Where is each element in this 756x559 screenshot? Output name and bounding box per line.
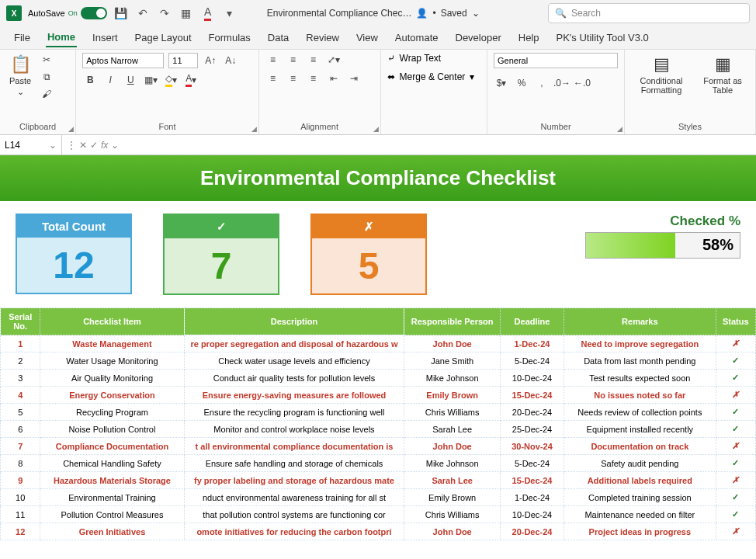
fx-icon[interactable]: fx	[101, 140, 108, 151]
save-icon[interactable]: 💾	[113, 5, 129, 21]
tab-page-layout[interactable]: Page Layout	[134, 29, 193, 47]
dialog-launcher-icon[interactable]: ◢	[373, 125, 379, 133]
cell[interactable]: t all environmental compliance documenta…	[184, 438, 404, 455]
cell[interactable]: Chris Williams	[404, 506, 500, 523]
format-painter-icon[interactable]: 🖌	[39, 87, 54, 101]
cell[interactable]: Pollution Control Measures	[40, 506, 184, 523]
conditional-formatting-button[interactable]: ▤ Conditional Formatting	[631, 53, 692, 96]
merge-center-button[interactable]: ⬌ Merge & Center ▾	[387, 71, 475, 82]
cell[interactable]: 15-Dec-24	[500, 387, 564, 404]
underline-button[interactable]: U	[123, 73, 138, 87]
cell[interactable]: omote initiatives for reducing the carbo…	[184, 523, 404, 540]
cell[interactable]: 9	[1, 472, 40, 489]
font-color-icon[interactable]: A	[200, 5, 216, 21]
bold-button[interactable]: B	[82, 73, 98, 87]
cell[interactable]: ✓	[716, 421, 755, 438]
cell[interactable]: 8	[1, 455, 40, 472]
tab-formulas[interactable]: Formulas	[207, 29, 252, 47]
cell[interactable]: Recycling Program	[40, 404, 184, 421]
cell[interactable]: nduct environmental awareness training f…	[184, 489, 404, 506]
cell[interactable]: ✓	[716, 370, 755, 387]
table-row[interactable]: 8Chemical Handling SafetyEnsure safe han…	[1, 455, 756, 472]
align-middle-icon[interactable]: ≡	[286, 53, 301, 67]
menu-icon[interactable]: ⋮	[67, 140, 76, 151]
chevron-down-icon[interactable]: ⌄	[49, 140, 57, 151]
cell[interactable]: Conduct air quality tests for pollution …	[184, 370, 404, 387]
col-header[interactable]: Responsible Person	[404, 308, 500, 335]
cell[interactable]: Hazardous Materials Storage	[40, 472, 184, 489]
cell[interactable]: ✓	[716, 352, 755, 370]
table-row[interactable]: 12Green Initiativesomote initiatives for…	[1, 523, 756, 540]
cell[interactable]: Monitor and control workplace noise leve…	[184, 421, 404, 438]
font-family-select[interactable]	[82, 53, 164, 68]
font-color-icon[interactable]: A▾	[183, 73, 199, 87]
cell[interactable]: Check water usage levels and efficiency	[184, 352, 404, 370]
cancel-icon[interactable]: ✕	[79, 140, 87, 151]
cell[interactable]: Sarah Lee	[404, 472, 500, 489]
tab-file[interactable]: File	[12, 29, 32, 47]
cell[interactable]: Compliance Documentation	[40, 438, 184, 455]
qat-dropdown-icon[interactable]: ▾	[222, 5, 238, 21]
table-row[interactable]: 9Hazardous Materials Storagefy proper la…	[1, 472, 756, 489]
cell[interactable]: ✓	[716, 506, 755, 523]
cell[interactable]: Energy Conservation	[40, 387, 184, 404]
cell[interactable]: Ensure the recycling program is function…	[184, 404, 404, 421]
align-right-icon[interactable]: ≡	[306, 71, 321, 85]
borders-icon[interactable]: ▦▾	[143, 73, 158, 87]
table-row[interactable]: 7Compliance Documentationt all environme…	[1, 438, 756, 455]
font-size-select[interactable]	[168, 53, 198, 68]
tab-automate[interactable]: Automate	[394, 29, 440, 47]
cell[interactable]: 2	[1, 352, 40, 370]
tab-developer[interactable]: Developer	[454, 29, 503, 47]
tab-home[interactable]: Home	[46, 28, 77, 47]
autosave-toggle[interactable]: AutoSave On	[28, 7, 107, 19]
cell[interactable]: Test results expected soon	[564, 370, 716, 387]
align-top-icon[interactable]: ≡	[265, 53, 281, 67]
comma-icon[interactable]: ,	[534, 76, 550, 90]
cell[interactable]: John Doe	[404, 438, 500, 455]
cell[interactable]: Mike Johnson	[404, 455, 500, 472]
col-header[interactable]: Deadline	[500, 308, 564, 335]
cell[interactable]: 11	[1, 506, 40, 523]
cell[interactable]: 12	[1, 523, 40, 540]
cell[interactable]: Emily Brown	[404, 387, 500, 404]
format-as-table-button[interactable]: ▦ Format as Table	[696, 53, 749, 96]
copy-icon[interactable]: ⧉	[39, 70, 54, 84]
increase-font-icon[interactable]: A↑	[203, 54, 218, 68]
table-row[interactable]: 10Environmental Trainingnduct environmen…	[1, 489, 756, 506]
cell[interactable]: 20-Dec-24	[500, 523, 564, 540]
cell[interactable]: ✗	[716, 523, 755, 540]
cell[interactable]: 7	[1, 438, 40, 455]
search-input[interactable]: 🔍 Search	[548, 3, 750, 23]
confirm-icon[interactable]: ✓	[90, 140, 98, 151]
cell[interactable]: No issues noted so far	[564, 387, 716, 404]
align-left-icon[interactable]: ≡	[265, 71, 281, 85]
cell[interactable]: ✗	[716, 472, 755, 489]
cell[interactable]: Noise Pollution Control	[40, 421, 184, 438]
cell[interactable]: Jane Smith	[404, 352, 500, 370]
cut-icon[interactable]: ✂	[39, 53, 54, 67]
decrease-font-icon[interactable]: A↓	[223, 54, 238, 68]
cell[interactable]: 1-Dec-24	[500, 335, 564, 352]
cell[interactable]: re proper segregation and disposal of ha…	[184, 335, 404, 352]
cell[interactable]: ✓	[716, 489, 755, 506]
cell[interactable]: that pollution control systems are funct…	[184, 506, 404, 523]
cell[interactable]: ✗	[716, 438, 755, 455]
col-header[interactable]: Checklist Item	[40, 308, 184, 335]
cell[interactable]: Additional labels required	[564, 472, 716, 489]
cell[interactable]: 15-Dec-24	[500, 472, 564, 489]
increase-decimal-icon[interactable]: .0→	[554, 76, 570, 90]
cell[interactable]: Air Quality Monitoring	[40, 370, 184, 387]
dialog-launcher-icon[interactable]: ◢	[68, 125, 74, 133]
align-bottom-icon[interactable]: ≡	[306, 53, 321, 67]
cell[interactable]: Waste Management	[40, 335, 184, 352]
tab-pk-s-utility-tool-v3-0[interactable]: PK's Utility Tool V3.0	[555, 29, 650, 47]
cell[interactable]: Chris Williams	[404, 404, 500, 421]
redo-icon[interactable]: ↷	[157, 5, 172, 21]
cell[interactable]: Chemical Handling Safety	[40, 455, 184, 472]
table-row[interactable]: 1Waste Managementre proper segregation a…	[1, 335, 756, 352]
cell[interactable]: John Doe	[404, 523, 500, 540]
cell[interactable]: Environmental Training	[40, 489, 184, 506]
cell[interactable]: 6	[1, 421, 40, 438]
col-header[interactable]: Status	[716, 308, 755, 335]
